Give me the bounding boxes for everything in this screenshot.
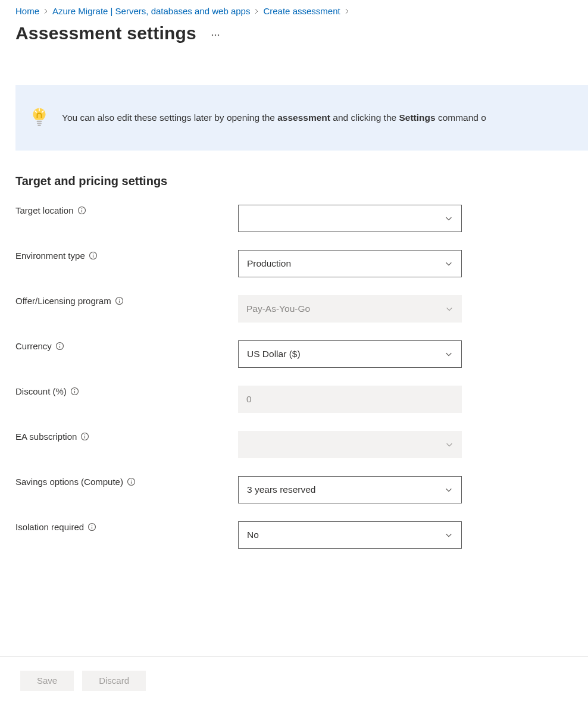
info-text-bold: assessment (277, 112, 330, 123)
breadcrumb: Home Azure Migrate | Servers, databases … (0, 0, 588, 20)
label-text: Savings options (Compute) (15, 477, 123, 487)
field-savings-options: Savings options (Compute) 3 years reserv… (15, 476, 573, 503)
svg-point-15 (74, 389, 76, 390)
info-icon[interactable] (127, 477, 136, 486)
chevron-down-icon (445, 531, 453, 539)
svg-point-9 (92, 254, 93, 255)
input-discount: 0 (238, 386, 462, 413)
field-environment-type: Environment type Production (15, 250, 573, 277)
chevron-right-icon (254, 8, 259, 14)
svg-point-2 (218, 35, 219, 36)
input-placeholder: 0 (246, 394, 252, 405)
info-banner: You can also edit these settings later b… (15, 85, 588, 151)
chevron-down-icon (445, 214, 453, 223)
svg-point-11 (118, 299, 120, 300)
label-text: Target location (15, 205, 74, 215)
label-text: Currency (15, 341, 52, 351)
field-ea-subscription: EA subscription (15, 431, 573, 458)
field-offer-licensing: Offer/Licensing program Pay-As-You-Go (15, 295, 573, 323)
label-discount: Discount (%) (15, 386, 238, 396)
label-environment-type: Environment type (15, 250, 238, 261)
select-environment-type[interactable]: Production (238, 250, 462, 277)
info-icon[interactable] (115, 296, 124, 305)
chevron-down-icon (445, 259, 453, 268)
target-pricing-section: Target and pricing settings Target locat… (15, 174, 573, 549)
svg-rect-4 (37, 123, 41, 124)
select-currency[interactable]: US Dollar ($) (238, 340, 462, 368)
select-target-location[interactable] (238, 205, 462, 232)
label-text: Offer/Licensing program (15, 296, 111, 306)
chevron-right-icon (43, 8, 49, 14)
field-discount: Discount (%) 0 (15, 386, 573, 413)
label-offer-licensing: Offer/Licensing program (15, 295, 238, 306)
info-icon[interactable] (77, 206, 86, 215)
svg-point-19 (131, 480, 132, 481)
select-value: 3 years reserved (247, 484, 315, 495)
select-value: US Dollar ($) (247, 349, 301, 359)
label-target-location: Target location (15, 205, 238, 215)
field-currency: Currency US Dollar ($) (15, 340, 573, 368)
label-ea-subscription: EA subscription (15, 431, 238, 442)
page-header: Assessment settings (0, 20, 588, 61)
label-text: EA subscription (15, 431, 77, 442)
label-savings-options: Savings options (Compute) (15, 476, 238, 487)
breadcrumb-home[interactable]: Home (15, 6, 39, 16)
chevron-down-icon (445, 350, 453, 358)
select-savings-options[interactable]: 3 years reserved (238, 476, 462, 503)
select-isolation-required[interactable]: No (238, 521, 462, 549)
chevron-right-icon (344, 8, 350, 14)
svg-point-17 (85, 434, 86, 436)
info-text-bold: Settings (399, 112, 435, 123)
save-button[interactable]: Save (20, 671, 74, 691)
more-menu-button[interactable] (211, 27, 220, 40)
label-text: Isolation required (15, 522, 84, 532)
info-icon[interactable] (89, 251, 98, 260)
chevron-down-icon (445, 486, 453, 494)
discard-button[interactable]: Discard (82, 671, 146, 691)
svg-point-13 (60, 344, 61, 345)
svg-point-1 (215, 35, 216, 36)
select-offer-licensing: Pay-As-You-Go (238, 295, 462, 323)
info-text-part: and clicking the (330, 112, 399, 123)
select-ea-subscription (238, 431, 462, 458)
info-icon[interactable] (70, 387, 79, 396)
chevron-down-icon (445, 305, 453, 313)
select-value: No (247, 530, 259, 540)
info-banner-text: You can also edit these settings later b… (62, 112, 486, 123)
breadcrumb-azure-migrate[interactable]: Azure Migrate | Servers, databases and w… (52, 6, 250, 16)
info-icon[interactable] (80, 432, 89, 441)
info-icon[interactable] (87, 522, 96, 531)
label-currency: Currency (15, 340, 238, 351)
breadcrumb-create-assessment[interactable]: Create assessment (263, 6, 340, 16)
section-title: Target and pricing settings (15, 174, 573, 188)
svg-point-7 (81, 208, 82, 209)
label-text: Discount (%) (15, 386, 67, 396)
select-value: Production (247, 258, 291, 269)
chevron-down-icon (445, 440, 453, 449)
field-target-location: Target location (15, 205, 573, 232)
info-text-part: You can also edit these settings later b… (62, 112, 277, 123)
select-value: Pay-As-You-Go (246, 303, 310, 314)
footer-bar: Save Discard (0, 656, 588, 704)
svg-point-21 (92, 525, 93, 526)
lightbulb-icon (31, 106, 48, 130)
info-icon[interactable] (55, 342, 64, 351)
svg-rect-5 (37, 125, 41, 126)
svg-rect-3 (37, 121, 42, 122)
page-title: Assessment settings (15, 23, 196, 43)
svg-point-0 (212, 35, 213, 36)
field-isolation-required: Isolation required No (15, 521, 573, 549)
label-text: Environment type (15, 251, 85, 261)
label-isolation-required: Isolation required (15, 521, 238, 532)
info-text-part: command o (436, 112, 486, 123)
